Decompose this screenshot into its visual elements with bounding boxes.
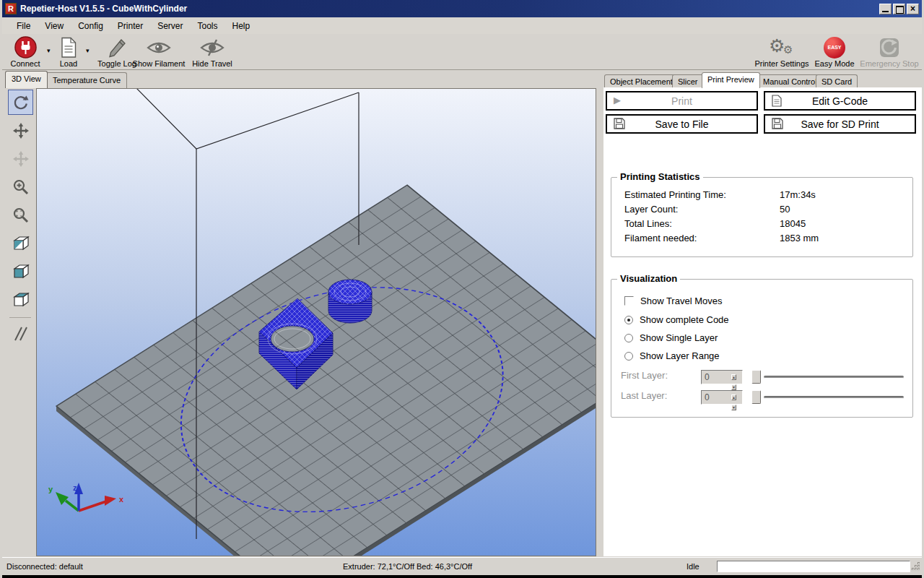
slider-groove	[764, 376, 904, 379]
rotate-view-button[interactable]	[8, 90, 33, 115]
stat-row: Layer Count: 50	[624, 204, 905, 215]
x-axis-label: x	[119, 495, 124, 504]
rotate-icon	[12, 94, 30, 111]
menu-printer[interactable]: Printer	[110, 20, 150, 33]
view-tool-column	[5, 88, 35, 556]
eye-slash-icon	[188, 35, 236, 59]
radio-icon[interactable]	[624, 316, 633, 324]
easy-mode-button[interactable]: EASY Easy Mode	[812, 35, 857, 68]
stat-row: Estimated Printing Time: 17m:34s	[624, 189, 905, 200]
tab-manual-control[interactable]: Manual Control	[757, 74, 823, 88]
printer-settings-button[interactable]: ⚙ ⚙ Printer Settings	[753, 35, 811, 68]
floppy-icon	[614, 118, 625, 131]
radio-icon[interactable]	[624, 334, 633, 342]
spin-up-icon[interactable]: ▲	[731, 374, 736, 380]
viewport-3d[interactable]: x y z	[36, 88, 596, 556]
front-view-icon	[12, 262, 30, 281]
y-axis-label: y	[48, 485, 53, 493]
window-title: Repetier-Host V1.5.5 - CubeWithCylinder	[20, 4, 879, 14]
move-object-button	[8, 146, 33, 171]
maximize-button[interactable]	[893, 4, 905, 14]
printing-statistics-group: Printing Statistics Estimated Printing T…	[611, 177, 913, 257]
minimize-button[interactable]	[879, 4, 892, 14]
checkbox-icon[interactable]	[624, 296, 634, 306]
show-complete-code-option[interactable]: Show complete Code	[624, 314, 729, 325]
floppy-icon	[772, 118, 783, 131]
hide-travel-button[interactable]: Hide Travel	[188, 35, 236, 68]
gcode-file-icon	[772, 95, 782, 109]
show-travel-moves-option[interactable]: Show Travel Moves	[624, 296, 722, 306]
printer-state: Idle	[687, 562, 699, 571]
tab-temperature-curve[interactable]: Temperature Curve	[46, 72, 127, 88]
menu-view[interactable]: View	[38, 20, 71, 33]
save-for-sd-button[interactable]: Save for SD Print	[764, 114, 916, 134]
save-to-file-button[interactable]: Save to File	[606, 114, 758, 134]
menubar: File View Config Printer Server Tools He…	[2, 17, 922, 34]
print-preview-panel: ▶ Print Edit G-Code Save to File	[603, 87, 922, 556]
parallel-lines-icon	[12, 325, 30, 342]
edit-gcode-button[interactable]: Edit G-Code	[764, 91, 916, 111]
top-view-icon	[12, 290, 30, 309]
first-layer-spinner[interactable]: 0 ▲ ▼	[701, 370, 743, 384]
menu-file[interactable]: File	[9, 20, 38, 33]
gcode-cylinder-object	[328, 280, 372, 323]
move-view-button[interactable]	[8, 118, 33, 143]
z-axis-label: z	[73, 483, 77, 492]
tab-sd-card[interactable]: SD Card	[816, 74, 858, 88]
parallel-projection-button[interactable]	[8, 321, 33, 346]
menu-tools[interactable]: Tools	[191, 20, 225, 33]
resize-grip[interactable]	[911, 561, 920, 572]
connect-plug-icon	[6, 35, 44, 59]
tab-slicer[interactable]: Slicer	[672, 74, 704, 88]
load-file-icon	[54, 35, 83, 59]
move-icon	[13, 123, 29, 139]
connect-dropdown-caret[interactable]: ▾	[47, 47, 51, 54]
status-bar: Disconnected: default Extruder: 72,1°C/O…	[2, 557, 922, 575]
load-button[interactable]: Load	[54, 35, 83, 68]
first-layer-slider[interactable]	[751, 370, 904, 384]
zoom-in-button[interactable]	[8, 174, 33, 199]
move-object-icon	[13, 151, 29, 167]
emergency-stop-button: Emergency Stop	[858, 35, 920, 68]
fit-view-button[interactable]	[8, 202, 33, 228]
isometric-view-button[interactable]	[8, 230, 33, 256]
app-icon: R	[5, 3, 17, 14]
titlebar: R Repetier-Host V1.5.5 - CubeWithCylinde…	[2, 0, 922, 17]
spin-down-icon[interactable]: ▼	[731, 405, 736, 410]
radio-icon[interactable]	[624, 352, 633, 361]
spin-up-icon[interactable]: ▲	[731, 394, 736, 400]
spin-down-icon[interactable]: ▼	[731, 384, 736, 390]
last-layer-row: Last Layer: 0 ▲ ▼	[611, 390, 912, 406]
last-layer-spinner[interactable]: 0 ▲ ▼	[701, 390, 743, 405]
show-layer-range-option[interactable]: Show Layer Range	[624, 350, 720, 361]
front-view-button[interactable]	[8, 259, 33, 284]
connect-button[interactable]: Connect	[6, 35, 44, 68]
last-layer-slider[interactable]	[751, 390, 904, 405]
isometric-view-icon	[12, 234, 30, 253]
window-bottom-border	[2, 575, 922, 578]
connection-status: Disconnected: default	[6, 562, 83, 571]
menu-config[interactable]: Config	[71, 20, 110, 33]
load-dropdown-caret[interactable]: ▾	[86, 47, 90, 54]
tab-object-placement[interactable]: Object Placement	[604, 74, 679, 88]
top-view-button[interactable]	[8, 287, 33, 312]
first-layer-row: First Layer: 0 ▲ ▼	[611, 370, 912, 386]
viewport-scene: x y z	[37, 89, 596, 556]
show-filament-button[interactable]: Show Filament	[129, 35, 188, 68]
menu-help[interactable]: Help	[225, 20, 258, 33]
tool-separator	[9, 317, 31, 318]
slider-thumb[interactable]	[751, 370, 761, 384]
visualization-title: Visualization	[617, 273, 680, 284]
tab-print-preview[interactable]: Print Preview	[702, 72, 760, 88]
close-button[interactable]: ×	[907, 4, 919, 14]
visualization-group: Visualization Show Travel Moves Show com…	[611, 279, 913, 418]
panel-splitter[interactable]	[597, 70, 603, 556]
tab-strip: 3D View Temperature Curve Object Placeme…	[2, 70, 922, 88]
menu-server[interactable]: Server	[150, 20, 190, 33]
gears-icon: ⚙ ⚙	[767, 35, 796, 59]
tab-3d-view[interactable]: 3D View	[5, 71, 48, 88]
print-button[interactable]: ▶ Print	[606, 91, 758, 111]
slider-thumb[interactable]	[751, 390, 761, 404]
show-single-layer-option[interactable]: Show Single Layer	[624, 332, 718, 343]
printing-statistics-title: Printing Statistics	[617, 171, 703, 182]
